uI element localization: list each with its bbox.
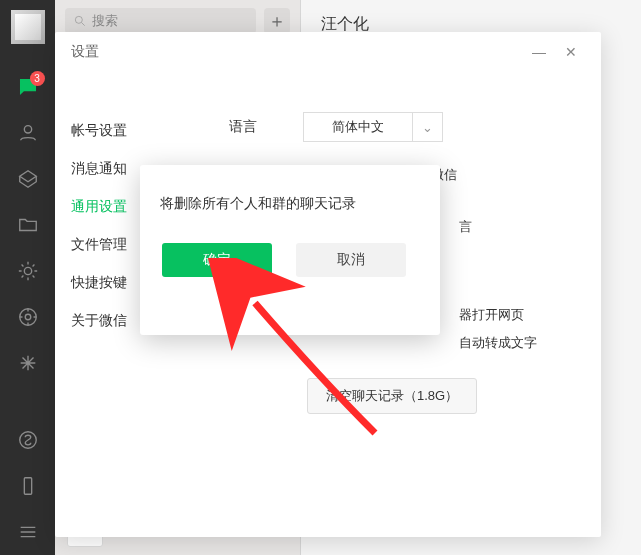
search-placeholder: 搜索	[92, 12, 118, 30]
spark-icon[interactable]	[17, 352, 39, 374]
close-button[interactable]: ✕	[557, 40, 585, 64]
search-icon	[73, 14, 87, 28]
phone-icon[interactable]	[17, 475, 39, 497]
svg-point-1	[24, 267, 31, 274]
menu-icon[interactable]	[17, 521, 39, 543]
cancel-button[interactable]: 取消	[296, 243, 406, 277]
ok-button[interactable]: 确定	[162, 243, 272, 277]
partial-text: 自动转成文字	[459, 334, 577, 352]
add-button[interactable]: ＋	[264, 8, 290, 34]
avatar[interactable]	[11, 10, 45, 44]
contacts-icon[interactable]	[17, 122, 39, 144]
minimize-button[interactable]: —	[525, 40, 553, 64]
files-icon[interactable]	[17, 214, 39, 236]
svg-point-6	[75, 16, 82, 23]
language-label: 语言	[229, 118, 285, 136]
partial-text: 器打开网页	[459, 306, 577, 324]
svg-rect-5	[24, 478, 31, 495]
svg-point-0	[24, 126, 31, 133]
favorites-icon[interactable]	[17, 168, 39, 190]
confirm-dialog: 将删除所有个人和群的聊天记录 确定 取消	[140, 165, 440, 335]
discover-icon[interactable]	[17, 306, 39, 328]
svg-point-3	[25, 314, 31, 320]
chat-icon[interactable]: 3	[17, 76, 39, 98]
left-rail: 3	[0, 0, 55, 555]
clear-history-button[interactable]: 清空聊天记录（1.8G）	[307, 378, 477, 414]
settings-titlebar: 设置 — ✕	[55, 32, 601, 72]
language-select[interactable]: 简体中文	[303, 112, 413, 142]
nav-account[interactable]: 帐号设置	[71, 112, 205, 150]
search-input[interactable]: 搜索	[65, 8, 256, 34]
moments-icon[interactable]	[17, 260, 39, 282]
mini-program-icon[interactable]	[17, 429, 39, 451]
confirm-message: 将删除所有个人和群的聊天记录	[160, 195, 420, 213]
chevron-down-icon[interactable]: ⌄	[413, 112, 443, 142]
nav-general-label: 通用设置	[71, 198, 127, 214]
partial-text: 言	[459, 218, 577, 236]
chat-badge: 3	[30, 71, 45, 86]
settings-title: 设置	[71, 43, 99, 61]
